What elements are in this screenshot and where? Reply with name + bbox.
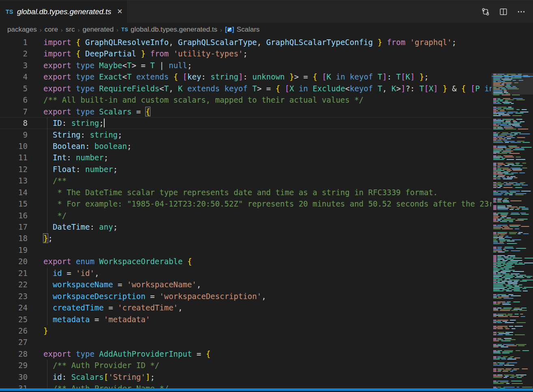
code-line-5[interactable]: 5export type RequireFields<T, K extends … <box>0 83 492 94</box>
indent-guide <box>47 302 47 313</box>
line-content: workspaceDescription = 'workspaceDescrip… <box>28 291 492 302</box>
line-content: }; <box>28 233 492 244</box>
code-line-11[interactable]: 11 Int: number; <box>0 152 492 163</box>
code-line-17[interactable]: 17 DateTime: any; <box>0 221 492 233</box>
line-number: 30 <box>0 371 28 383</box>
compare-changes-icon[interactable] <box>479 6 492 18</box>
code-line-14[interactable]: 14 * The DateTime scalar type represents… <box>0 187 492 198</box>
code-line-23[interactable]: 23 workspaceDescription = 'workspaceDesc… <box>0 291 492 302</box>
line-content: export type AddAuthProviderInput = { <box>28 348 492 360</box>
line-content: export type Exact<T extends { [key: stri… <box>28 71 492 82</box>
breadcrumb-label: Scalars <box>236 26 260 34</box>
tab-global-db-types-generated[interactable]: TS global.db.types.generated.ts ✕ <box>0 0 127 23</box>
line-content: export type RequireFields<T, K extends k… <box>28 83 492 94</box>
line-number: 1 <box>0 37 28 48</box>
indent-guide <box>47 164 47 175</box>
chevron-right-icon: › <box>78 26 80 33</box>
code-line-26[interactable]: 26} <box>0 325 492 336</box>
code-line-2[interactable]: 2import { DeepPartial } from 'utility-ty… <box>0 48 492 59</box>
breadcrumb-item-global-db-types-generated-ts[interactable]: TSglobal.db.types.generated.ts <box>121 26 217 34</box>
code-line-30[interactable]: 30 id: Scalars['String']; <box>0 371 492 383</box>
code-line-9[interactable]: 9 String: string; <box>0 129 492 140</box>
breadcrumb-item-packages[interactable]: packages <box>7 26 37 34</box>
line-content: id = 'id', <box>28 267 492 279</box>
code-line-25[interactable]: 25 metadata = 'metadata' <box>0 314 492 325</box>
code-line-28[interactable]: 28export type AddAuthProviderInput = { <box>0 348 492 360</box>
vertical-scrollbar[interactable] <box>485 73 492 388</box>
line-content: } <box>28 325 492 336</box>
code-line-24[interactable]: 24 createdTime = 'createdTime', <box>0 302 492 313</box>
line-content <box>28 244 492 256</box>
code-line-4[interactable]: 4export type Exact<T extends { [key: str… <box>0 71 492 82</box>
line-number: 16 <box>0 210 28 221</box>
indent-guide <box>47 221 47 233</box>
line-number: 29 <box>0 360 28 371</box>
line-number: 3 <box>0 60 28 71</box>
code-line-27[interactable]: 27 <box>0 336 492 348</box>
code-line-21[interactable]: 21 id = 'id', <box>0 267 492 279</box>
line-number: 23 <box>0 291 28 302</box>
indent-guide <box>47 383 47 388</box>
line-content: /** <box>28 175 492 186</box>
code-line-10[interactable]: 10 Boolean: boolean; <box>0 140 492 152</box>
code-line-6[interactable]: 6/** All built-in and custom scalars, ma… <box>0 94 492 106</box>
close-tab-icon[interactable]: ✕ <box>117 7 123 16</box>
typescript-file-icon: TS <box>121 27 128 32</box>
code-line-8[interactable]: 8 ID: string; <box>0 117 492 129</box>
line-content: * For example: "1985-04-12T23:20:50.52Z"… <box>28 198 492 209</box>
line-content: /** Auth Provider ID */ <box>28 360 492 371</box>
code-line-12[interactable]: 12 Float: number; <box>0 164 492 175</box>
line-number: 27 <box>0 336 28 348</box>
line-number: 10 <box>0 140 28 152</box>
line-content: /** All built-in and custom scalars, map… <box>28 94 492 106</box>
indent-guide <box>47 314 47 325</box>
code-line-22[interactable]: 22 workspaceName = 'workspaceName', <box>0 279 492 290</box>
code-line-15[interactable]: 15 * For example: "1985-04-12T23:20:50.5… <box>0 198 492 209</box>
line-number: 14 <box>0 187 28 198</box>
code-line-20[interactable]: 20export enum WorkspaceOrderable { <box>0 256 492 267</box>
editor-actions <box>479 0 533 23</box>
text-cursor <box>104 118 105 127</box>
code-line-19[interactable]: 19 <box>0 244 492 256</box>
code-line-29[interactable]: 29 /** Auth Provider ID */ <box>0 360 492 371</box>
code-line-18[interactable]: 18}; <box>0 233 492 244</box>
code-line-31[interactable]: 31 /** Auth Provider Name */ <box>0 383 492 388</box>
line-number: 24 <box>0 302 28 313</box>
breadcrumb-item-scalars[interactable]: []Scalars <box>225 26 260 34</box>
line-number: 5 <box>0 83 28 94</box>
symbol-type-icon: [] <box>225 26 234 33</box>
breadcrumb-item-generated[interactable]: generated <box>83 26 114 34</box>
line-number: 22 <box>0 279 28 290</box>
code-line-13[interactable]: 13 /** <box>0 175 492 186</box>
more-actions-icon[interactable] <box>515 6 527 18</box>
line-content: Float: number; <box>28 164 492 175</box>
line-number: 28 <box>0 348 28 360</box>
breadcrumb-item-src[interactable]: src <box>66 26 75 34</box>
line-content <box>28 336 492 348</box>
breadcrumb-item-core[interactable]: core <box>45 26 58 34</box>
code-line-3[interactable]: 3export type Maybe<T> = T | null; <box>0 60 492 71</box>
code-line-7[interactable]: 7export type Scalars = { <box>0 106 492 117</box>
split-editor-icon[interactable] <box>497 6 509 18</box>
code-lines: 1import { GraphQLResolveInfo, GraphQLSca… <box>0 37 492 388</box>
code-line-16[interactable]: 16 */ <box>0 210 492 221</box>
minimap[interactable] <box>492 73 533 388</box>
line-content: export enum WorkspaceOrderable { <box>28 256 492 267</box>
minimap-current-line-marker <box>492 76 533 77</box>
breadcrumb-label: core <box>45 26 58 34</box>
breadcrumb-label: src <box>66 26 75 34</box>
breadcrumb: packages›core›src›generated›TSglobal.db.… <box>0 23 533 37</box>
line-number: 26 <box>0 325 28 336</box>
code-editor[interactable]: 1import { GraphQLResolveInfo, GraphQLSca… <box>0 37 533 388</box>
code-line-1[interactable]: 1import { GraphQLResolveInfo, GraphQLSca… <box>0 37 492 48</box>
indent-guide <box>47 117 47 129</box>
line-number: 15 <box>0 198 28 209</box>
line-content: ID: string; <box>28 117 492 129</box>
line-number: 13 <box>0 175 28 186</box>
breadcrumb-label: global.db.types.generated.ts <box>131 26 217 34</box>
line-number: 17 <box>0 221 28 233</box>
line-number: 18 <box>0 233 28 244</box>
indent-guide <box>47 152 47 163</box>
line-number: 21 <box>0 267 28 279</box>
line-content: Boolean: boolean; <box>28 140 492 152</box>
